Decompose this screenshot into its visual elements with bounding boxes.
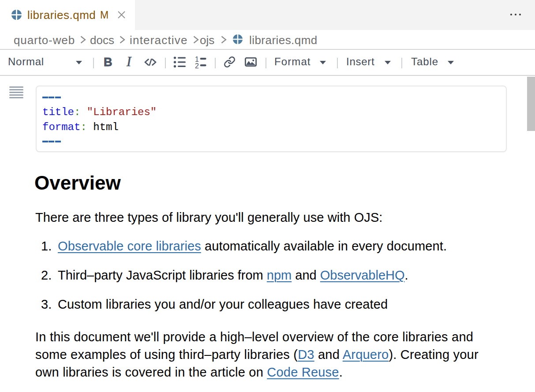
svg-text:2: 2 [195,62,199,69]
